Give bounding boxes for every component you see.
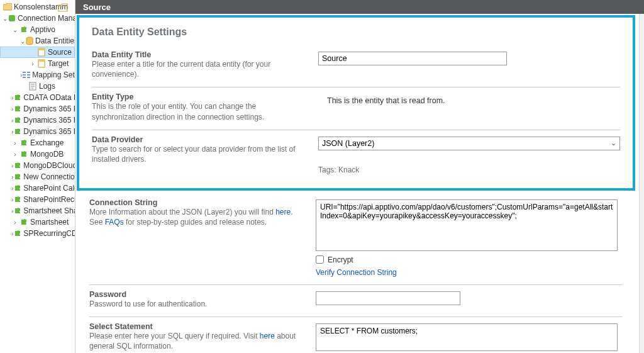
field-desc-entity-type: This is the role of your entity. You can…	[92, 101, 306, 121]
svg-rect-3	[38, 48, 45, 50]
field-label-title: Data Entity Title	[92, 50, 306, 59]
expander-icon: ·	[20, 83, 28, 90]
field-label-connstr: Connection String	[89, 198, 303, 207]
tree-label: Data Entities	[35, 36, 75, 45]
puzzle-icon	[19, 138, 29, 148]
panel-title: Source	[83, 3, 111, 12]
tree-sidebar: Konsolenstamm ⌄ Connection Manager ⌄ App…	[0, 0, 75, 353]
puzzle-icon	[19, 149, 29, 159]
puzzle-icon	[8, 13, 16, 23]
page-icon	[36, 59, 47, 69]
tree-label: Dynamics 365 Financial Op	[23, 127, 75, 136]
tree-source[interactable]: · Source	[0, 47, 75, 58]
puzzle-icon	[13, 194, 22, 205]
here-link[interactable]: here	[260, 332, 275, 340]
connection-string-textarea[interactable]	[316, 199, 618, 251]
expander-icon: ·	[30, 49, 37, 56]
tree-label: Apptivo	[30, 25, 55, 34]
field-label-password: Password	[89, 290, 303, 299]
tree-conn-item[interactable]: ›Exchange	[0, 137, 75, 148]
puzzle-icon	[13, 126, 22, 137]
expander-icon[interactable]: ⌄	[20, 38, 25, 45]
tree-conn-item[interactable]: ›SharePointRecurringEvent	[0, 194, 75, 205]
puzzle-icon	[19, 25, 29, 35]
data-provider-select[interactable]	[318, 137, 620, 150]
tree-conn-item[interactable]: ›Smartsheet	[0, 216, 75, 228]
tree-label: Dynamics 365 Financial Op	[23, 116, 75, 125]
puzzle-icon	[19, 217, 29, 227]
svg-rect-0	[9, 15, 15, 21]
tree-label: Logs	[39, 82, 55, 91]
tree-conn-item[interactable]: ›SPRecurringCDATA	[0, 228, 75, 239]
tree-label: Connection Manager	[18, 14, 75, 23]
encrypt-checkbox[interactable]	[316, 255, 324, 264]
panel-titlebar: Source	[75, 0, 644, 14]
mapping-icon	[22, 70, 31, 80]
tree-apptivo[interactable]: ⌄ Apptivo	[0, 24, 75, 35]
tree-conn-item[interactable]: ›New Connection	[0, 171, 75, 182]
puzzle-icon	[13, 92, 22, 103]
puzzle-icon	[13, 206, 22, 216]
page-heading: Data Entity Settings	[92, 26, 620, 38]
folder-icon	[3, 2, 13, 12]
data-entity-title-input[interactable]	[318, 52, 507, 65]
puzzle-icon	[13, 115, 22, 125]
tree-label: SharePoint Calendar Recu	[23, 184, 75, 193]
page-icon	[37, 47, 47, 57]
here-link[interactable]: here	[275, 208, 291, 216]
expander-icon[interactable]: ›	[11, 151, 19, 158]
field-desc-connstr: More Information about the JSON (Layer2)…	[89, 207, 303, 227]
tree-conn-item[interactable]: ›Smartsheet SharePoint	[0, 205, 75, 216]
tree-label: Mapping Settings	[32, 70, 75, 79]
tree-mapping[interactable]: › Mapping Settings	[0, 69, 75, 81]
expander-icon[interactable]: ›	[11, 219, 19, 226]
tree-conn-item[interactable]: ›Dynamics 365 Financial Op	[0, 103, 75, 115]
tree-label: Smartsheet	[30, 218, 69, 227]
field-label-select-stmt: Select Statement	[89, 322, 303, 331]
tree-label: MongoDB	[30, 150, 64, 159]
expander-icon[interactable]: ⌄	[3, 15, 8, 22]
tree-target[interactable]: › Target	[0, 58, 75, 69]
verify-connection-link[interactable]: Verify Connection String	[316, 268, 397, 277]
folder-icon	[55, 1, 71, 14]
tree-conn-item[interactable]: ›MongoDB	[0, 148, 75, 160]
tree-conn-item[interactable]: ›MongoDBCloud	[0, 160, 75, 171]
tree-conn-item[interactable]: ›Dynamics 365 Financial Op	[0, 126, 75, 137]
field-desc-password: Password to use for authentication.	[89, 299, 303, 309]
desc-text: More Information about the JSON (Layer2)…	[89, 208, 275, 216]
tree-label: CDATA OData Dynamics 3	[23, 93, 75, 102]
tree-label: Source	[48, 48, 72, 57]
field-label-entity-type: Entity Type	[92, 92, 306, 101]
expander-icon[interactable]: ›	[29, 60, 36, 67]
desc-text: Please enter here your SQL query if requ…	[89, 332, 260, 340]
tree-label: Target	[48, 59, 69, 68]
tree-conn-item[interactable]: ›SharePoint Calendar Recu	[0, 182, 75, 194]
expander-icon[interactable]: ⌄	[11, 26, 19, 33]
highlighted-section: Data Entity Settings Data Entity Title P…	[77, 15, 635, 191]
desc-text: for step-by-step guides and release note…	[124, 218, 267, 227]
scrollbar[interactable]	[639, 14, 644, 353]
expander-icon[interactable]: ›	[11, 140, 19, 147]
field-desc-data-provider: Type to search for or select your data p…	[92, 144, 306, 164]
puzzle-icon	[13, 172, 22, 182]
tree-label: Dynamics 365 Financial Op	[23, 104, 75, 113]
password-input[interactable]	[316, 291, 460, 305]
faqs-link[interactable]: FAQs	[105, 218, 124, 227]
puzzle-icon	[13, 160, 22, 171]
tree-label: Smartsheet SharePoint	[23, 206, 75, 215]
tree-logs[interactable]: · Logs	[0, 81, 75, 92]
puzzle-icon	[13, 104, 22, 114]
tree-label: Exchange	[30, 138, 64, 147]
tree-data-entities[interactable]: ⌄ Data Entities	[0, 35, 75, 47]
select-statement-textarea[interactable]	[316, 323, 618, 351]
field-desc-select-stmt: Please enter here your SQL query if requ…	[89, 331, 303, 351]
tree-label: New Connection	[23, 172, 75, 181]
tree-conn-item[interactable]: ›CDATA OData Dynamics 3	[0, 92, 75, 103]
field-label-data-provider: Data Provider	[92, 135, 306, 144]
puzzle-icon	[13, 228, 22, 238]
entity-type-value: This is the entity that is read from.	[318, 94, 620, 105]
tree-label: SPRecurringCDATA	[23, 229, 75, 238]
tree-conn-item[interactable]: ›Dynamics 365 Financial Op	[0, 115, 75, 126]
puzzle-icon	[13, 183, 22, 193]
tree-label: MongoDBCloud	[23, 161, 75, 170]
